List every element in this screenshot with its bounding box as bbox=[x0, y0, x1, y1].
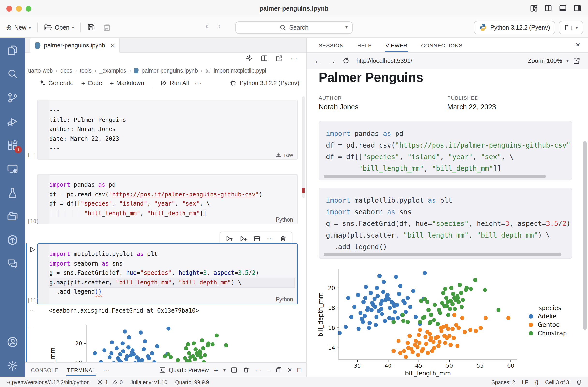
run-cells-below-icon[interactable] bbox=[239, 235, 247, 242]
open-external-icon[interactable] bbox=[276, 55, 283, 63]
split-cell-icon[interactable] bbox=[253, 235, 261, 242]
tab-console[interactable]: CONSOLE bbox=[30, 364, 59, 376]
horizontal-scrollbar[interactable] bbox=[324, 175, 546, 178]
run-cell-button[interactable] bbox=[29, 246, 36, 253]
more-actions-icon[interactable]: ⋯ bbox=[291, 55, 297, 63]
breadcrumb-item[interactable]: palmer-penguins.ipynb bbox=[141, 68, 198, 74]
toggle-secondary-sidebar-icon[interactable] bbox=[573, 4, 581, 12]
cell-language-badge[interactable]: Python bbox=[276, 217, 293, 222]
cell-code[interactable]: import matplotlib.pyplot as pltimport se… bbox=[49, 244, 297, 302]
restore-panel-icon[interactable] bbox=[276, 367, 282, 373]
run-debug-icon[interactable] bbox=[6, 115, 19, 128]
testing-icon[interactable] bbox=[6, 186, 19, 199]
run-all-button[interactable]: Run All bbox=[158, 78, 191, 88]
cell-language-badge[interactable]: Python bbox=[276, 297, 293, 302]
history-back-button[interactable]: ‹ bbox=[206, 21, 208, 31]
problems-status[interactable]: 1 0 bbox=[97, 379, 123, 385]
tab-connections[interactable]: CONNECTIONS bbox=[421, 39, 463, 51]
cell-code[interactable]: ---title: Palmer Penguinsauthor: Norah J… bbox=[49, 100, 297, 159]
publish-icon[interactable] bbox=[6, 234, 19, 246]
notifications-bell-icon[interactable] bbox=[576, 379, 582, 385]
horizontal-scrollbar[interactable] bbox=[324, 253, 561, 256]
tab-palmer-penguins[interactable]: palmer-penguins.ipynb ✕ bbox=[30, 38, 120, 53]
save-all-button[interactable] bbox=[100, 21, 114, 33]
more-actions-icon[interactable]: ⋯ bbox=[195, 79, 201, 87]
split-terminal-icon[interactable] bbox=[231, 366, 238, 373]
breadcrumb-item[interactable]: import matplotlib.pypl bbox=[214, 68, 266, 74]
minimize-panel-icon[interactable]: − bbox=[267, 366, 270, 373]
open-in-browser-icon[interactable] bbox=[573, 57, 580, 64]
notebook-settings-gear-icon[interactable] bbox=[246, 55, 253, 63]
maximize-panel-icon[interactable]: □ bbox=[297, 366, 301, 373]
tab-viewer[interactable]: VIEWER bbox=[385, 39, 408, 51]
cell-code[interactable]: import pandas as pddf = pd.read_csv("htt… bbox=[49, 175, 297, 224]
add-markdown-cell-button[interactable]: + Markdown bbox=[108, 78, 146, 88]
split-editor-icon[interactable] bbox=[545, 4, 552, 12]
python-interpreter-status[interactable]: ~/.pyenv/versions/3.12.2/bin/python bbox=[6, 379, 90, 385]
interpreter-selector[interactable]: Python 3.12.2 (Pyenv) bbox=[474, 21, 555, 34]
published-label: PUBLISHED bbox=[447, 95, 479, 101]
delete-cell-icon[interactable] bbox=[279, 235, 287, 242]
cell-language-badge[interactable]: raw bbox=[276, 152, 293, 158]
split-editor-icon[interactable] bbox=[261, 55, 268, 63]
url-text[interactable]: http://localhost:5391/ bbox=[356, 57, 412, 64]
notebook-cell-raw[interactable]: ---title: Palmer Penguinsauthor: Norah J… bbox=[37, 100, 298, 160]
toggle-panel-icon[interactable] bbox=[559, 4, 567, 12]
notebook-cell-pandas[interactable]: import pandas as pddf = pd.read_csv("htt… bbox=[37, 174, 298, 224]
breadcrumb-item[interactable]: uarto-web bbox=[28, 68, 53, 74]
tab-session[interactable]: SESSION bbox=[318, 39, 344, 51]
zoom-level-label[interactable]: Zoom: 100% bbox=[528, 57, 562, 64]
forward-icon[interactable]: → bbox=[328, 57, 336, 65]
breadcrumb-item[interactable]: docs bbox=[61, 68, 72, 74]
workspace-folder-button[interactable]: ▾ bbox=[559, 21, 583, 34]
source-control-icon[interactable] bbox=[6, 91, 19, 104]
folders-icon[interactable] bbox=[6, 210, 19, 222]
search-input[interactable]: Search ▾ bbox=[235, 21, 353, 34]
new-terminal-icon[interactable]: + bbox=[214, 366, 218, 374]
back-icon[interactable]: ← bbox=[314, 57, 322, 65]
reload-icon[interactable] bbox=[342, 57, 350, 64]
comments-icon[interactable] bbox=[6, 257, 19, 270]
kernel-selector[interactable]: Python 3.12.2 (Pyenv) bbox=[230, 80, 299, 86]
kill-terminal-icon[interactable] bbox=[243, 366, 250, 373]
settings-gear-icon[interactable] bbox=[6, 359, 19, 372]
eol-status[interactable]: LF bbox=[522, 379, 528, 385]
save-button[interactable] bbox=[84, 21, 98, 33]
julia-env-status[interactable]: Julia env: v1.10 bbox=[130, 379, 167, 385]
close-tab-icon[interactable]: ✕ bbox=[111, 42, 115, 49]
output-gutter-dots[interactable]: ⋯ bbox=[28, 307, 34, 314]
open-button[interactable]: Open ▾ bbox=[41, 21, 77, 33]
extensions-icon[interactable]: 1 bbox=[6, 139, 19, 151]
breadcrumb-item[interactable]: tools bbox=[80, 68, 92, 74]
breadcrumb-item[interactable]: _examples bbox=[99, 68, 126, 74]
terminal-dropdown-icon[interactable]: ▾ bbox=[223, 367, 226, 372]
search-icon[interactable] bbox=[6, 68, 19, 80]
generate-button[interactable]: Generate bbox=[37, 78, 75, 88]
output-gutter-dots[interactable]: ⋯ bbox=[28, 324, 34, 331]
tab-terminal[interactable]: TERMINAL bbox=[66, 364, 96, 376]
customize-layout-icon[interactable] bbox=[530, 4, 538, 12]
quarto-preview-terminal[interactable]: Quarto Preview bbox=[159, 366, 209, 373]
run-cells-above-icon[interactable] bbox=[225, 235, 233, 242]
history-forward-button[interactable]: › bbox=[218, 21, 220, 31]
code-line: import seaborn as sns bbox=[326, 206, 565, 218]
account-icon[interactable] bbox=[6, 336, 19, 348]
add-code-cell-button[interactable]: + Code bbox=[79, 78, 104, 88]
new-button[interactable]: ⊕ New ▾ bbox=[3, 21, 34, 34]
editor-scrollbar[interactable] bbox=[302, 96, 305, 198]
cell-position-status[interactable]: Cell 3 of 3 bbox=[545, 379, 569, 385]
more-actions-icon[interactable]: ⋯ bbox=[255, 366, 261, 373]
close-panel-icon[interactable]: ✕ bbox=[575, 42, 580, 48]
notebook-cell-seaborn[interactable]: import matplotlib.pyplot as pltimport se… bbox=[37, 243, 298, 304]
quarto-version-status[interactable]: Quarto: 99.9.9 bbox=[175, 379, 209, 385]
tab-help[interactable]: HELP bbox=[357, 39, 372, 51]
language-mode-status[interactable]: {} bbox=[535, 379, 538, 385]
explorer-icon[interactable] bbox=[6, 44, 19, 57]
more-actions-icon[interactable]: ⋯ bbox=[267, 235, 273, 242]
viewer-scrollbar[interactable] bbox=[583, 141, 587, 330]
remote-explorer-icon[interactable] bbox=[6, 163, 19, 175]
more-tabs-icon[interactable]: ⋯ bbox=[103, 366, 109, 373]
indentation-status[interactable]: Spaces: 2 bbox=[492, 379, 515, 385]
close-panel-icon[interactable]: ✕ bbox=[287, 366, 292, 373]
code-line: .add_legend() bbox=[49, 287, 294, 297]
